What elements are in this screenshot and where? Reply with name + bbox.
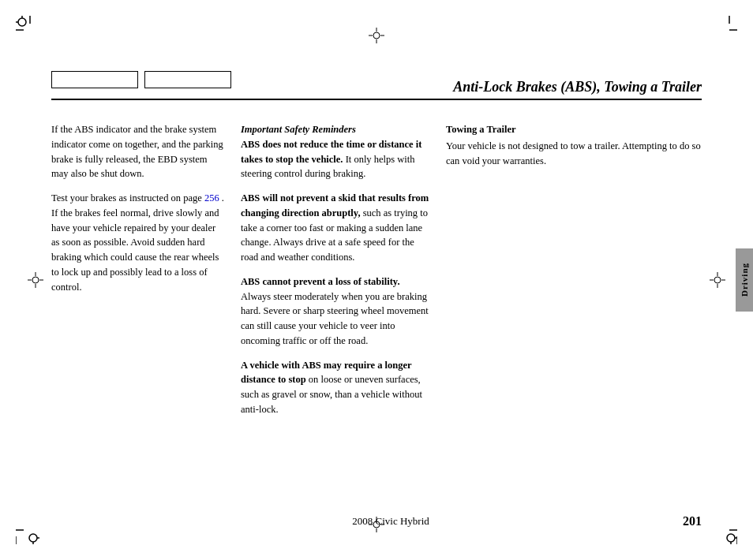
driving-tab-label: Driving bbox=[740, 263, 749, 297]
crosshair-right bbox=[710, 272, 725, 288]
page-title: Anti-Lock Brakes (ABS), Towing a Trailer bbox=[51, 79, 702, 95]
svg-point-8 bbox=[29, 534, 37, 542]
footer-center: 2008 Civic Hybrid bbox=[99, 515, 683, 528]
column-right: Towing a Trailer Your vehicle is not des… bbox=[446, 122, 702, 497]
crosshair-top bbox=[369, 28, 384, 43]
crosshair-left bbox=[28, 272, 43, 288]
right-text-1: Your vehicle is not designed to tow a tr… bbox=[446, 140, 701, 166]
right-section-1: Towing a Trailer Your vehicle is not des… bbox=[446, 122, 702, 168]
page-title-area: Anti-Lock Brakes (ABS), Towing a Trailer bbox=[51, 79, 702, 100]
svg-point-13 bbox=[727, 534, 735, 542]
svg-point-33 bbox=[714, 277, 721, 283]
left-para-2-suffix: . If the brakes feel normal, drive slowl… bbox=[51, 192, 224, 293]
content-area: If the ABS indicator and the brake syste… bbox=[51, 122, 702, 497]
left-para-2: Test your brakes as instructed on page 2… bbox=[51, 191, 225, 294]
svg-point-18 bbox=[373, 32, 380, 39]
svg-point-0 bbox=[18, 18, 26, 26]
middle-section-4: A vehicle with ABS may require a longer … bbox=[241, 358, 430, 417]
page: Anti-Lock Brakes (ABS), Towing a Trailer… bbox=[0, 0, 753, 560]
driving-tab: Driving bbox=[736, 248, 753, 312]
middle-heading-1: Important Safety Reminders bbox=[241, 124, 356, 135]
middle-section-3: ABS cannot prevent a loss of stability. … bbox=[241, 274, 430, 349]
left-para-1-text: If the ABS indicator and the brake syste… bbox=[51, 124, 223, 179]
corner-mark-tl bbox=[16, 16, 39, 39]
middle-section-2: ABS will not prevent a skid that results… bbox=[241, 191, 430, 265]
right-heading-1: Towing a Trailer bbox=[446, 122, 702, 137]
corner-mark-bl bbox=[16, 521, 39, 544]
column-middle: Important Safety Reminders ABS does not … bbox=[241, 122, 446, 497]
middle-text-3: Always steer moderately when you are bra… bbox=[241, 291, 429, 346]
column-left: If the ABS indicator and the brake syste… bbox=[51, 122, 241, 497]
svg-point-28 bbox=[32, 277, 39, 283]
page-link-256[interactable]: 256 bbox=[204, 192, 219, 203]
footer-title: 2008 Civic Hybrid bbox=[352, 515, 429, 527]
footer: 2008 Civic Hybrid 201 bbox=[51, 514, 702, 528]
left-para-1: If the ABS indicator and the brake syste… bbox=[51, 122, 225, 181]
title-line bbox=[51, 99, 702, 100]
middle-bold-3: ABS cannot prevent a loss of stability. bbox=[241, 276, 400, 287]
corner-mark-tr bbox=[714, 16, 737, 39]
middle-section-1: Important Safety Reminders ABS does not … bbox=[241, 122, 430, 181]
corner-mark-br bbox=[714, 521, 737, 544]
footer-page-number: 201 bbox=[683, 514, 702, 528]
left-para-2-prefix: Test your brakes as instructed on page bbox=[51, 192, 204, 203]
